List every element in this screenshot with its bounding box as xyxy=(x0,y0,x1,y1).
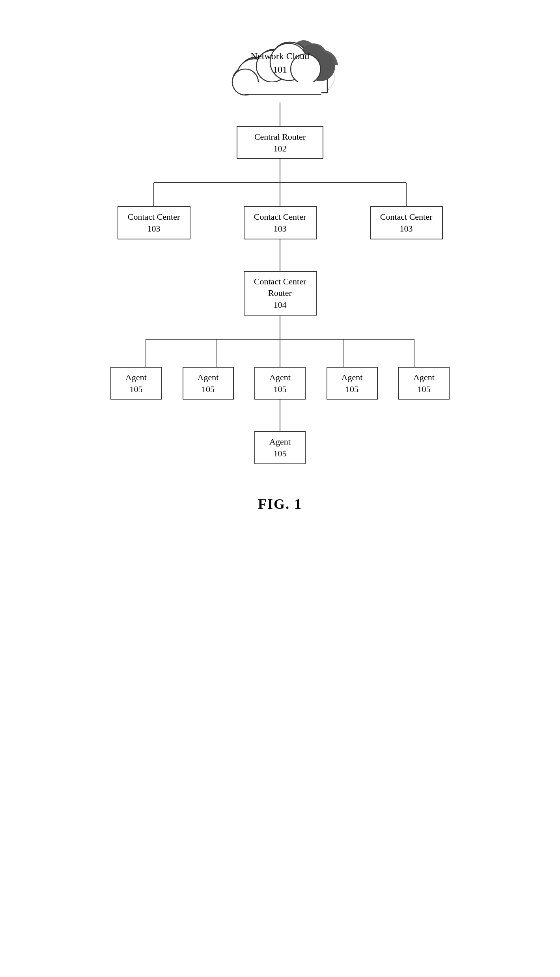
agent-left-center-node: Agent 105 xyxy=(183,367,234,400)
cc-center-col: Contact Center 103 xyxy=(237,206,323,239)
cc-left-col: Contact Center 103 xyxy=(110,206,197,239)
agent-far-right-node: Agent 105 xyxy=(398,367,450,400)
agent-left-center-col: Agent 105 xyxy=(183,367,234,400)
central-router-node: Central Router 102 xyxy=(237,126,323,159)
cc-left-node: Contact Center 103 xyxy=(118,206,190,239)
branch-central-to-cc xyxy=(110,159,450,206)
agent-far-right-col: Agent 105 xyxy=(398,367,450,400)
cloud-label: Network Cloud 101 xyxy=(251,50,310,76)
network-cloud-node: Network Cloud 101 xyxy=(217,24,343,103)
cc-row: Contact Center 103 Contact Center 103 Co… xyxy=(110,206,450,239)
agents-row: Agent 105 Agent 105 Agent 105 Ag xyxy=(110,367,450,400)
svg-rect-27 xyxy=(245,82,321,95)
figure-label: FIG. 1 xyxy=(258,496,302,512)
cc-right-node: Contact Center 103 xyxy=(370,206,443,239)
agent-far-left-col: Agent 105 xyxy=(110,367,162,400)
agent-bottom-node: Agent 105 xyxy=(254,431,306,464)
agent-center-col: Agent 105 xyxy=(254,367,306,400)
cc-router-node: Contact Center Router 104 xyxy=(244,271,317,316)
agent-right-center-node: Agent 105 xyxy=(327,367,378,400)
cc-center-node: Contact Center 103 xyxy=(244,206,317,239)
line-center-cc-to-ccrouter xyxy=(110,239,450,271)
cc-right-col: Contact Center 103 xyxy=(363,206,450,239)
branch-ccrouter-to-agents xyxy=(110,316,450,367)
agent-far-left-node: Agent 105 xyxy=(110,367,162,400)
line-cloud-to-central xyxy=(280,103,280,126)
diagram-container: Network Cloud 101 Central Router 102 xyxy=(103,24,457,528)
line-center-agent-to-bottom xyxy=(110,400,450,431)
agent-center-node: Agent 105 xyxy=(254,367,306,400)
agent-right-center-col: Agent 105 xyxy=(327,367,378,400)
